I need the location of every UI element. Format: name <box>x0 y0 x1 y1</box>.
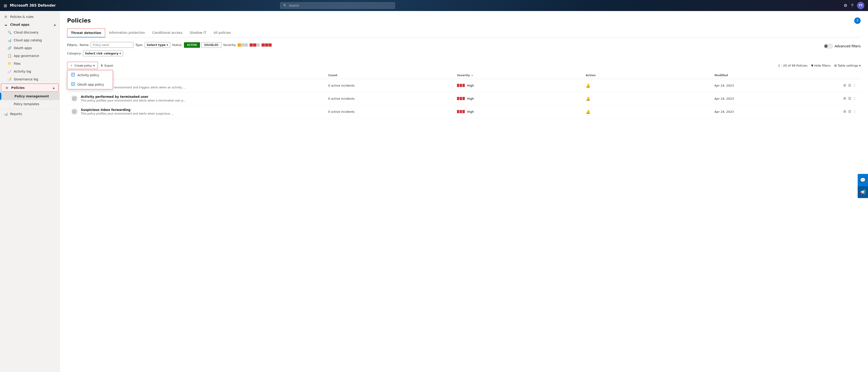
row-more-icon[interactable]: ⋮ <box>853 83 857 88</box>
row-actions-3[interactable]: ⚙ ☰ ⋮ <box>843 110 857 114</box>
settings-icon[interactable]: ⚙ <box>844 3 847 8</box>
filters-label: Filters: <box>67 43 78 47</box>
row-list-icon[interactable]: ☰ <box>848 96 851 100</box>
severity-cell-2: High <box>457 97 586 100</box>
toolbar-right: 1 - 20 of 99 Policies ▼ Hide filters ⊞ T… <box>778 64 861 67</box>
row-actions-1[interactable]: ⚙ ☰ ⋮ <box>843 83 857 88</box>
sidebar-item-app-governance[interactable]: 📋 App governance <box>0 52 60 60</box>
create-icon: ＋ <box>70 63 73 67</box>
severity-med-box3 <box>256 43 260 46</box>
hide-filters-button[interactable]: ▼ Hide filters <box>811 64 831 67</box>
sev-bars-1 <box>457 84 465 87</box>
category-filter-select[interactable]: Select risk category ▾ <box>83 51 123 56</box>
sidebar-item-label: OAuth apps <box>14 46 32 50</box>
table-settings-icon: ⊞ <box>834 64 837 67</box>
table-header: Name Count Severity ▾ Action Modified <box>67 72 861 79</box>
status-disabled-btn[interactable]: DISABLED <box>202 42 221 48</box>
svg-point-8 <box>73 111 74 112</box>
support-feedback-button[interactable]: 📢 <box>858 186 868 198</box>
dropdown-item-activity-policy[interactable]: Activity policy <box>67 70 113 80</box>
grid-icon[interactable]: ⊞ <box>4 3 7 8</box>
sev-bar1 <box>457 97 459 100</box>
advanced-filters-toggle[interactable] <box>824 44 833 49</box>
row-gear-icon[interactable]: ⚙ <box>843 110 846 114</box>
create-policy-button[interactable]: ＋ Create policy ▾ <box>67 62 98 69</box>
sidebar-item-policy-templates[interactable]: Policy templates <box>0 100 60 108</box>
tab-conditional-access[interactable]: Conditional access <box>149 29 186 37</box>
tabs-container: Threat detection Information protection … <box>67 29 861 37</box>
policies-group: Policy management Policy templates <box>0 92 60 108</box>
status-filter-label: Status: <box>172 43 183 46</box>
sidebar-item-label: Cloud app catalog <box>14 38 42 42</box>
help-icon[interactable]: ? <box>851 3 853 8</box>
sidebar-item-label: Policy templates <box>14 102 39 106</box>
type-filter-select[interactable]: Select type ▾ <box>145 42 170 48</box>
table-row[interactable]: Suspicious inbox forwarding This policy … <box>67 105 861 118</box>
governance-log-icon: 📝 <box>7 78 11 81</box>
table-settings-chevron: ▾ <box>859 64 861 67</box>
avatar[interactable]: TT <box>857 2 864 9</box>
help-button[interactable]: ? <box>854 18 861 24</box>
row-list-icon[interactable]: ☰ <box>848 110 851 114</box>
severity-low[interactable] <box>238 43 248 46</box>
name-filter-input[interactable] <box>91 42 133 48</box>
type-filter: Type: Select type ▾ <box>135 42 170 48</box>
policy-name-3: Suspicious inbox forwarding <box>81 108 174 112</box>
status-active-btn[interactable]: ACTIVE <box>184 42 200 48</box>
search-bar[interactable]: 🔍 <box>280 2 395 9</box>
sidebar-item-policies-rules[interactable]: ⚙ Policies & rules <box>0 13 60 21</box>
sidebar-item-label: Reports <box>10 112 22 116</box>
tab-all-policies[interactable]: All policies <box>210 29 235 37</box>
type-filter-chevron: ▾ <box>166 43 168 46</box>
oauth-apps-icon: 🔗 <box>7 46 11 50</box>
tab-threat-detection[interactable]: Threat detection <box>67 29 105 37</box>
sidebar-item-files[interactable]: 📁 Files <box>0 60 60 67</box>
export-button[interactable]: ⬇ Export <box>100 64 113 67</box>
table-row[interactable]: Activity performed by terminated user Th… <box>67 92 861 105</box>
row-more-icon[interactable]: ⋮ <box>853 110 857 114</box>
sidebar-item-label: Activity log <box>14 69 31 73</box>
sidebar: ⚙ Policies & rules ☁ Cloud apps ▲ 🔍 Clou… <box>0 11 60 372</box>
sidebar-item-oauth-apps[interactable]: 🔗 OAuth apps <box>0 44 60 52</box>
tab-shadow-it[interactable]: Shadow IT <box>186 29 210 37</box>
table-settings-button[interactable]: ⊞ Table settings ▾ <box>834 64 861 67</box>
row-gear-icon[interactable]: ⚙ <box>843 96 846 100</box>
category-filter: Category: Select risk category ▾ <box>67 51 272 56</box>
row-gear-icon[interactable]: ⚙ <box>843 83 846 88</box>
table-row[interactable]: Activity policy This policy profiles you… <box>67 79 861 92</box>
policy-name-2: Activity performed by terminated user <box>81 95 186 98</box>
support-chat-button[interactable]: 💬 <box>858 174 868 186</box>
severity-high[interactable] <box>261 43 272 46</box>
sidebar-item-cloud-discovery[interactable]: 🔍 Cloud discovery <box>0 29 60 36</box>
sidebar-item-activity-log[interactable]: 📈 Activity log <box>0 67 60 75</box>
severity-sort-icon: ▾ <box>472 74 473 77</box>
name-filter: Name: <box>80 42 134 48</box>
sidebar-item-policy-management[interactable]: Policy management <box>0 92 60 100</box>
hide-filters-label: Hide filters <box>814 64 831 67</box>
col-action: Action <box>586 74 715 77</box>
search-input[interactable] <box>289 4 392 7</box>
action-cell-2: 🔔 <box>586 96 715 101</box>
cloud-apps-chevron: ▲ <box>54 23 56 26</box>
sidebar-item-reports[interactable]: 📊 Reports <box>0 110 60 118</box>
sidebar-item-governance-log[interactable]: 📝 Governance log <box>0 75 60 83</box>
action-cell-1: 🔔 <box>586 83 715 88</box>
sidebar-section-policies[interactable]: ≡ Policies ▲ <box>1 84 59 92</box>
col-severity[interactable]: Severity ▾ <box>457 74 586 77</box>
count-cell-3: 0 active incidents <box>328 110 457 114</box>
row-more-icon[interactable]: ⋮ <box>853 96 857 100</box>
sidebar-item-label: Governance log <box>14 78 38 81</box>
sidebar-item-label: Policy management <box>14 94 49 98</box>
cloud-apps-icon: ☁ <box>4 23 8 26</box>
dropdown-item-oauth-app-policy[interactable]: OAuth app policy <box>67 80 113 89</box>
sidebar-item-cloud-app-catalog[interactable]: 📊 Cloud app catalog <box>0 36 60 44</box>
cloud-app-catalog-icon: 📊 <box>7 38 11 42</box>
svg-rect-7 <box>73 110 76 113</box>
cloud-apps-label: Cloud apps <box>10 23 29 26</box>
tab-information-protection[interactable]: Information protection <box>105 29 149 37</box>
activity-policy-icon <box>71 72 75 78</box>
severity-medium[interactable] <box>250 43 260 46</box>
row-list-icon[interactable]: ☰ <box>848 83 851 88</box>
sidebar-section-cloud-apps[interactable]: ☁ Cloud apps ▲ <box>0 21 60 29</box>
row-actions-2[interactable]: ⚙ ☰ ⋮ <box>843 96 857 100</box>
